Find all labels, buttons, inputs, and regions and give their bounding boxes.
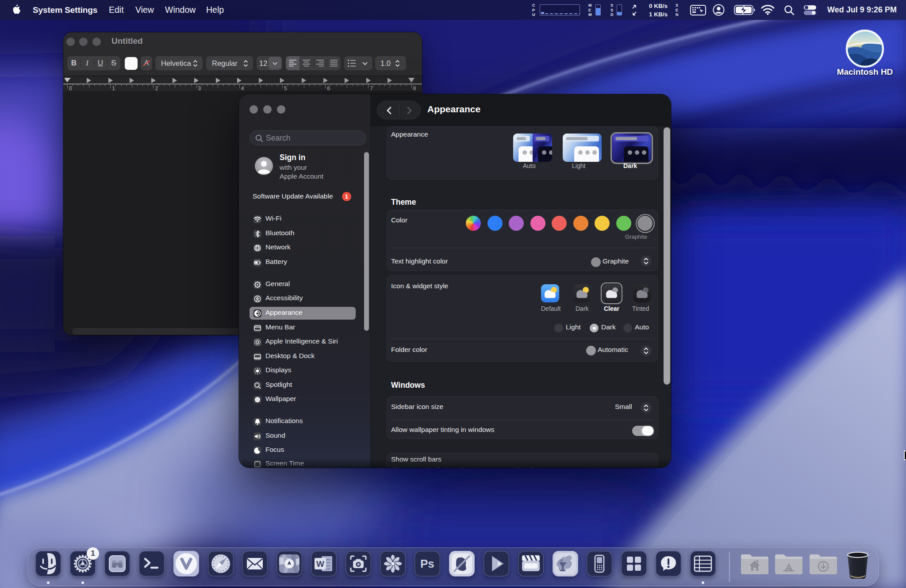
svg-text:W: W: [316, 559, 324, 569]
